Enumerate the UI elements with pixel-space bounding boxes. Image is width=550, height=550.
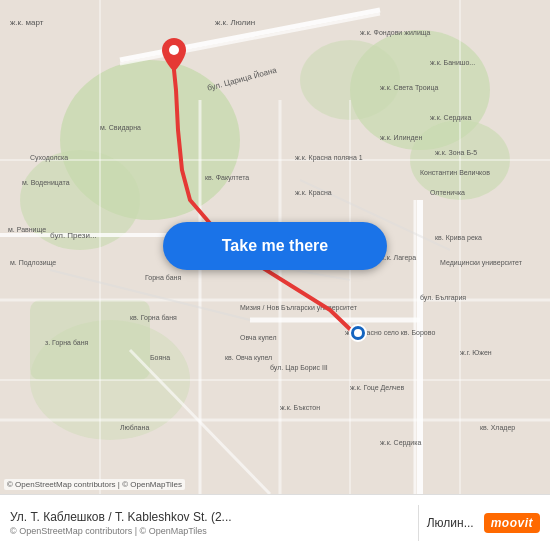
- svg-text:ж.к. Красна поляна 1: ж.к. Красна поляна 1: [295, 154, 363, 162]
- take-me-there-button[interactable]: Take me there: [163, 222, 387, 270]
- svg-text:Медицински университет: Медицински университет: [440, 259, 523, 267]
- svg-text:Константин Величков: Константин Величков: [420, 169, 490, 176]
- moovit-text: moovit: [491, 516, 533, 530]
- svg-text:кв. Горна баня: кв. Горна баня: [130, 314, 177, 322]
- start-marker: [349, 324, 367, 342]
- moovit-logo: moovit: [484, 513, 540, 533]
- svg-text:Суходолска: Суходолска: [30, 154, 68, 162]
- svg-text:Мизия / Нов Български универси: Мизия / Нов Български университет: [240, 304, 358, 312]
- bottom-left-info: Ул. Т. Каблешков / T. Kableshkov St. (2.…: [10, 510, 410, 536]
- svg-text:ж.к. Сердика: ж.к. Сердика: [430, 114, 471, 122]
- svg-text:м. Воденицата: м. Воденицата: [22, 179, 70, 187]
- destination-pin: [162, 38, 186, 72]
- svg-point-66: [169, 45, 179, 55]
- from-station: Ул. Т. Каблешков / T. Kableshkov St. (2.…: [10, 510, 410, 524]
- svg-text:ж.к. Илинден: ж.к. Илинден: [380, 134, 422, 142]
- svg-text:ж.к. Сердика: ж.к. Сердика: [380, 439, 421, 447]
- map-attribution: © OpenStreetMap contributors | © OpenMap…: [4, 479, 185, 490]
- to-station: Люлин...: [427, 516, 474, 530]
- svg-text:з. Горна баня: з. Горна баня: [45, 339, 89, 347]
- svg-text:ж.к. Бъкстон: ж.к. Бъкстон: [280, 404, 320, 411]
- svg-text:бул. Цар Борис III: бул. Цар Борис III: [270, 364, 328, 372]
- svg-text:ж.г. Южен: ж.г. Южен: [460, 349, 492, 356]
- svg-text:ж.к. Фондови жилища: ж.к. Фондови жилища: [360, 29, 431, 37]
- svg-point-68: [354, 329, 362, 337]
- moovit-logo-container: moovit: [484, 513, 540, 533]
- svg-text:м. Свидарна: м. Свидарна: [100, 124, 141, 132]
- svg-text:Горна баня: Горна баня: [145, 274, 181, 282]
- svg-text:Овча купел: Овча купел: [240, 334, 277, 342]
- svg-text:м. Равнище: м. Равнище: [8, 226, 46, 234]
- svg-text:Бояна: Бояна: [150, 354, 170, 361]
- svg-text:ж.к. Гоце Делчев: ж.к. Гоце Делчев: [350, 384, 404, 392]
- svg-text:ж.к. Лагера: ж.к. Лагера: [380, 254, 416, 262]
- divider: [418, 505, 419, 541]
- svg-text:кв. Овча купел: кв. Овча купел: [225, 354, 272, 362]
- svg-text:м. Подлозище: м. Подлозище: [10, 259, 56, 267]
- svg-text:ж.к. март: ж.к. март: [10, 18, 44, 27]
- svg-text:бул. България: бул. България: [420, 294, 466, 302]
- svg-text:ж.к. Света Троица: ж.к. Света Троица: [380, 84, 438, 92]
- svg-text:ж.к. Зона Б-5: ж.к. Зона Б-5: [435, 149, 477, 156]
- svg-text:кв. Крива река: кв. Крива река: [435, 234, 482, 242]
- bottom-bar: Ул. Т. Каблешков / T. Kableshkov St. (2.…: [0, 494, 550, 550]
- map-container[interactable]: ж.к. март ж.к. Люлин ж.к. Фондови жилища…: [0, 0, 550, 494]
- svg-text:кв. Хладер: кв. Хладер: [480, 424, 515, 432]
- bottom-right-info: Люлин...: [427, 516, 474, 530]
- svg-text:бул. Прези...: бул. Прези...: [50, 231, 97, 240]
- svg-text:ж.к. Банишо...: ж.к. Банишо...: [430, 59, 475, 66]
- svg-text:кв. Факултета: кв. Факултета: [205, 174, 249, 182]
- svg-text:ж.к. Люлин: ж.к. Люлин: [215, 18, 255, 27]
- svg-text:ж.к. Красна: ж.к. Красна: [295, 189, 332, 197]
- bottom-attribution: © OpenStreetMap contributors | © OpenMap…: [10, 526, 410, 536]
- svg-text:Люблана: Люблана: [120, 424, 149, 431]
- app: ж.к. март ж.к. Люлин ж.к. Фондови жилища…: [0, 0, 550, 550]
- svg-text:Олтеничка: Олтеничка: [430, 189, 465, 196]
